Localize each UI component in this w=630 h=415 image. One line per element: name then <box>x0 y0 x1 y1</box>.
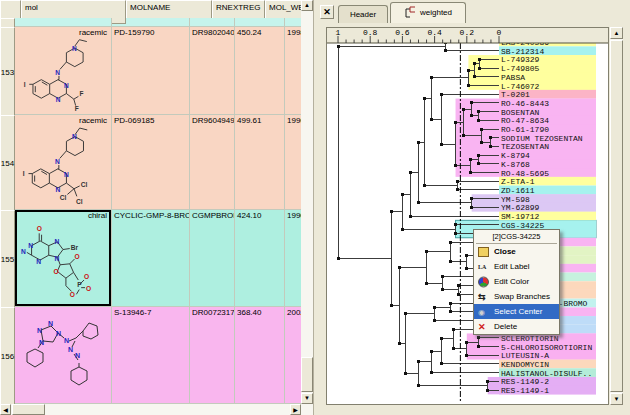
tree-node-handle[interactable] <box>417 360 420 363</box>
tree-node-handle[interactable] <box>401 228 404 231</box>
dendrogram-leaf-label[interactable]: RO-48-5695 <box>501 169 549 178</box>
tree-node-handle[interactable] <box>449 302 452 305</box>
tab-header[interactable]: Header <box>338 5 388 23</box>
dendrogram-leaf-label[interactable]: LUTEUSIN-A <box>501 351 549 360</box>
tree-node-handle[interactable] <box>417 384 420 387</box>
tree-node-handle[interactable] <box>433 319 436 322</box>
tree-node-handle[interactable] <box>480 141 483 144</box>
tree-node-handle[interactable] <box>462 134 465 137</box>
tree-node-handle[interactable] <box>449 310 452 313</box>
tree-node-handle[interactable] <box>423 97 426 100</box>
tree-node-handle[interactable] <box>409 171 412 174</box>
tree-node-handle[interactable] <box>390 210 393 213</box>
tree-node-handle[interactable] <box>398 342 401 345</box>
dendrogram-leaf-label[interactable]: Z-ETA-1 <box>501 177 535 186</box>
molname-cell[interactable]: PD-159790 <box>112 27 190 115</box>
tree-node-handle[interactable] <box>470 114 473 117</box>
tree-node-handle[interactable] <box>469 158 472 161</box>
molweight-cell[interactable]: 368.40 <box>235 307 285 404</box>
molweight-cell[interactable]: 450.24 <box>235 27 285 115</box>
dendrogram-leaf-label[interactable]: SCLEROTIORIN <box>501 334 559 343</box>
menu-item-edit-label[interactable]: LAEdit Label <box>474 259 559 274</box>
tree-node-handle[interactable] <box>417 201 420 204</box>
scroll-down-button[interactable]: ▼ <box>301 393 313 404</box>
tree-node-handle[interactable] <box>477 119 480 122</box>
dendrogram-leaf-label[interactable]: K-8794 <box>501 151 530 160</box>
tree-node-handle[interactable] <box>430 371 433 374</box>
tree-node-handle[interactable] <box>441 275 444 278</box>
tree-node-handle[interactable] <box>457 293 460 296</box>
vscroll-thumb[interactable] <box>610 40 623 392</box>
tree-node-handle[interactable] <box>457 284 460 287</box>
table-hscrollbar[interactable]: ◀ ▶ <box>0 404 313 415</box>
scroll-up-button[interactable]: ▲ <box>610 27 623 39</box>
tree-node-handle[interactable] <box>337 257 340 260</box>
tree-node-handle[interactable] <box>454 232 457 235</box>
tree-node-handle[interactable] <box>489 145 492 148</box>
tree-node-handle[interactable] <box>486 389 489 392</box>
molname-cell[interactable]: CYCLIC-GMP-8-BROMO <box>112 210 190 307</box>
tree-node-handle[interactable] <box>430 76 433 79</box>
tree-node-handle[interactable] <box>470 101 473 104</box>
tree-node-handle[interactable] <box>440 337 443 340</box>
tree-node-handle[interactable] <box>401 193 404 196</box>
tree-node-handle[interactable] <box>477 154 480 157</box>
tree-node-handle[interactable] <box>417 141 420 144</box>
table-vscrollbar[interactable]: ▲ ▼ <box>301 0 313 404</box>
menu-item-close[interactable]: Close <box>474 244 559 259</box>
dendrogram-leaf-label[interactable]: L-746072 <box>501 82 540 91</box>
dendrogram-leaf-label[interactable]: BOSENTAN <box>501 108 540 117</box>
tree-node-handle[interactable] <box>454 223 457 226</box>
tree-node-handle[interactable] <box>440 93 443 96</box>
tree-node-handle[interactable] <box>478 67 481 70</box>
molname-cell[interactable]: S-13946-7 <box>112 307 190 404</box>
dendrogram-canvas[interactable]: LAS-240586SB-212314L-749329L-749805PABSA… <box>326 27 609 405</box>
molname-cell[interactable]: PD-069185 <box>112 115 190 210</box>
dendrogram-leaf-label[interactable]: RES-1149-1 <box>501 386 549 395</box>
tree-node-handle[interactable] <box>470 197 473 200</box>
dendrogram-leaf-label[interactable]: ZD-1611 <box>501 186 535 195</box>
scroll-down-button[interactable]: ▼ <box>610 393 623 405</box>
tree-node-handle[interactable] <box>449 241 452 244</box>
tree-node-handle[interactable] <box>462 108 465 111</box>
dendrogram-leaf-label[interactable]: RES-1149-2 <box>501 377 549 386</box>
tree-node-handle[interactable] <box>469 171 472 174</box>
tree-node-handle[interactable] <box>425 250 428 253</box>
molweight-cell[interactable]: 499.61 <box>235 115 285 210</box>
tree-node-handle[interactable] <box>467 84 470 87</box>
menu-item-edit-color[interactable]: Edit Color <box>474 274 559 289</box>
mol-cell-selected[interactable]: chiral O <box>15 210 112 307</box>
tree-node-handle[interactable] <box>452 347 455 350</box>
dendrogram-leaf-label[interactable]: KENDOMYCIN <box>501 360 549 369</box>
dendrogram-leaf-label[interactable]: K-8768 <box>501 160 530 169</box>
tree-node-handle[interactable] <box>398 266 401 269</box>
tree-node-handle[interactable] <box>486 380 489 383</box>
tree-node-handle[interactable] <box>456 188 459 191</box>
tree-node-handle[interactable] <box>477 162 480 165</box>
tree-node-handle[interactable] <box>473 62 476 65</box>
dendrogram-leaf-label[interactable]: HALISTANOL-DISULF.. <box>501 369 592 378</box>
menu-item-swap-branches[interactable]: ⇆Swap Branches <box>474 289 559 304</box>
table-row[interactable]: 156 N <box>0 307 301 404</box>
tree-node-handle[interactable] <box>423 184 426 187</box>
tree-node-handle[interactable] <box>409 215 412 218</box>
tree-node-handle[interactable] <box>444 49 447 52</box>
vscroll-thumb[interactable] <box>301 357 313 392</box>
dendrogram-leaf-label[interactable]: SB-212314 <box>501 47 544 56</box>
dendrogram-leaf-label[interactable]: 5-CHLOROISOROTIORIN <box>501 343 592 352</box>
scroll-right-button[interactable]: ▶ <box>290 404 301 415</box>
dendrogram-leaf-label[interactable]: PABSA <box>501 73 525 82</box>
tree-node-handle[interactable] <box>477 336 480 339</box>
dendrogram-leaf-label[interactable]: RO-61-1790 <box>501 125 549 134</box>
tree-node-handle[interactable] <box>477 345 480 348</box>
mol-cell[interactable]: racemic N N N <box>15 115 112 210</box>
close-panel-button[interactable]: ✕ <box>320 5 334 19</box>
dendrogram-leaf-label[interactable]: YM-598 <box>501 195 530 204</box>
tree-node-handle[interactable] <box>452 328 455 331</box>
dendrogram-leaf-label[interactable]: TEZOSENTAN <box>501 142 549 151</box>
dendrogram-leaf-label[interactable]: YM-62899 <box>501 203 540 212</box>
scroll-up-button[interactable]: ▲ <box>301 0 313 11</box>
filter-band-row[interactable] <box>0 18 301 27</box>
table-row[interactable]: 155 chiral <box>0 210 301 307</box>
tree-node-handle[interactable] <box>465 267 468 270</box>
